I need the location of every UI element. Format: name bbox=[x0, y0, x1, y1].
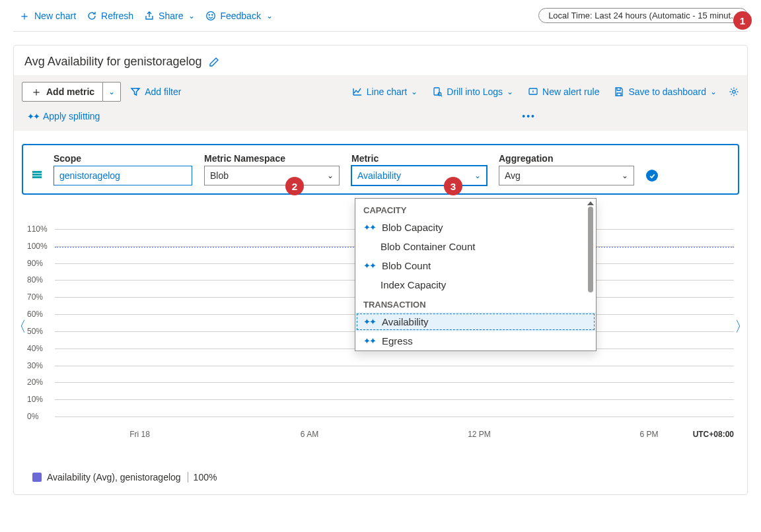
legend-value: 100% bbox=[188, 472, 217, 482]
alert-icon bbox=[528, 86, 538, 97]
prev-arrow[interactable]: 〈 bbox=[12, 317, 26, 337]
apply-splitting-button[interactable]: ✦✦ Apply splitting bbox=[22, 108, 105, 124]
more-button[interactable]: ••• bbox=[517, 108, 541, 124]
aggregation-label: Aggregation bbox=[499, 153, 634, 164]
drill-logs-label: Drill into Logs bbox=[447, 86, 503, 97]
metric-icon: ✦✦ bbox=[363, 222, 375, 232]
time-range-picker[interactable]: Local Time: Last 24 hours (Automatic - 1… bbox=[538, 8, 748, 23]
plus-icon: ＋ bbox=[18, 11, 30, 20]
top-toolbar: ＋ New chart Refresh Share ⌄ Feedback ⌄ L… bbox=[13, 0, 748, 32]
next-arrow[interactable]: 〉 bbox=[735, 317, 749, 337]
filter-icon bbox=[130, 86, 141, 97]
aggregation-select[interactable]: Avg⌄ bbox=[499, 166, 634, 185]
add-filter-label: Add filter bbox=[145, 86, 181, 97]
svg-point-0 bbox=[207, 11, 215, 20]
y-tick: 100% bbox=[27, 242, 48, 251]
panel-title-row: Avg Availability for genistoragelog bbox=[14, 46, 747, 75]
share-button[interactable]: Share ⌄ bbox=[139, 8, 200, 24]
dropdown-item[interactable]: Blob Container Count bbox=[355, 237, 596, 256]
line-chart-label: Line chart bbox=[367, 86, 407, 97]
dropdown-item[interactable]: Index Capacity bbox=[355, 275, 596, 294]
logs-icon bbox=[432, 86, 443, 97]
chevron-down-icon: ⌄ bbox=[507, 87, 513, 96]
splitting-icon: ✦✦ bbox=[27, 112, 39, 121]
refresh-icon bbox=[87, 11, 97, 21]
svg-point-6 bbox=[733, 90, 735, 93]
chevron-down-icon: ⌄ bbox=[622, 171, 628, 180]
refresh-button[interactable]: Refresh bbox=[81, 8, 139, 24]
feedback-label: Feedback bbox=[220, 11, 260, 21]
scroll-thumb[interactable] bbox=[588, 207, 593, 292]
callout-1: 1 bbox=[733, 11, 752, 30]
x-tick: Fri 18 bbox=[55, 430, 225, 439]
scroll-up-icon bbox=[587, 201, 594, 205]
new-alert-label: New alert rule bbox=[542, 86, 599, 97]
new-alert-button[interactable]: New alert rule bbox=[523, 84, 604, 100]
dropdown-item[interactable]: ✦✦Availability bbox=[355, 312, 596, 331]
dropdown-item[interactable]: ✦✦Blob Count bbox=[355, 256, 596, 275]
dropdown-item[interactable]: ✦✦Egress bbox=[355, 331, 596, 350]
chevron-down-icon: ⌄ bbox=[266, 11, 273, 20]
chevron-down-icon: ⌄ bbox=[327, 171, 334, 180]
scope-label: Scope bbox=[54, 153, 192, 164]
add-filter-button[interactable]: Add filter bbox=[125, 84, 186, 100]
add-metric-button[interactable]: ＋ Add metric bbox=[22, 82, 103, 102]
confirm-icon[interactable] bbox=[646, 170, 658, 182]
chevron-down-icon: ⌄ bbox=[188, 11, 195, 20]
legend-swatch bbox=[32, 473, 42, 482]
dropdown-group: TRANSACTION bbox=[355, 294, 596, 312]
namespace-label: Metric Namespace bbox=[204, 153, 340, 164]
metric-select[interactable]: Availability⌄ bbox=[351, 166, 487, 185]
metric-label: Metric bbox=[351, 153, 487, 164]
add-metric-chevron[interactable]: ⌄ bbox=[103, 82, 121, 102]
add-metric-label: Add metric bbox=[46, 86, 94, 97]
line-chart-button[interactable]: Line chart ⌄ bbox=[347, 84, 423, 100]
callout-3: 3 bbox=[444, 177, 462, 195]
chart-toolbar: ＋ Add metric ⌄ Add filter Line chart ⌄ D… bbox=[14, 75, 747, 131]
dropdown-item[interactable]: ✦✦Blob Capacity bbox=[355, 218, 596, 237]
save-dashboard-button[interactable]: Save to dashboard ⌄ bbox=[608, 84, 722, 100]
svg-point-1 bbox=[209, 14, 210, 15]
y-tick: 110% bbox=[27, 224, 48, 234]
y-tick: 60% bbox=[27, 310, 43, 319]
new-chart-button[interactable]: ＋ New chart bbox=[13, 8, 81, 24]
refresh-label: Refresh bbox=[101, 11, 133, 21]
y-tick: 0% bbox=[27, 412, 38, 421]
legend: Availability (Avg), genistoragelog 100% bbox=[32, 472, 747, 482]
metric-dropdown: CAPACITY ✦✦Blob CapacityBlob Container C… bbox=[355, 198, 597, 351]
drill-logs-button[interactable]: Drill into Logs ⌄ bbox=[427, 84, 519, 100]
chevron-down-icon: ⌄ bbox=[474, 171, 481, 180]
panel-title: Avg Availability for genistoragelog bbox=[24, 55, 202, 69]
resource-icon bbox=[32, 171, 42, 180]
x-axis-labels: Fri 186 AM12 PM6 PM bbox=[55, 430, 734, 439]
y-tick: 40% bbox=[27, 344, 43, 353]
callout-2: 2 bbox=[285, 177, 304, 195]
chevron-down-icon: ⌄ bbox=[710, 87, 717, 96]
metric-config-card: Scope genistoragelog Metric Namespace Bl… bbox=[22, 144, 739, 195]
dropdown-group: CAPACITY bbox=[355, 200, 596, 218]
feedback-button[interactable]: Feedback ⌄ bbox=[200, 8, 277, 24]
dropdown-scrollbar[interactable] bbox=[587, 201, 595, 350]
scope-select[interactable]: genistoragelog bbox=[54, 166, 192, 185]
namespace-select[interactable]: Blob⌄ bbox=[204, 166, 340, 185]
y-tick: 30% bbox=[27, 361, 43, 370]
x-tick: 6 AM bbox=[225, 430, 394, 439]
add-metric-split-button: ＋ Add metric ⌄ bbox=[22, 82, 121, 102]
y-tick: 10% bbox=[27, 395, 43, 404]
legend-text: Availability (Avg), genistoragelog bbox=[47, 472, 181, 482]
chevron-down-icon: ⌄ bbox=[411, 87, 417, 96]
line-chart-icon bbox=[352, 86, 363, 97]
smiley-icon bbox=[205, 11, 216, 21]
metric-icon: ✦✦ bbox=[363, 336, 375, 346]
edit-icon[interactable] bbox=[209, 57, 219, 67]
apply-splitting-label: Apply splitting bbox=[43, 111, 100, 121]
y-tick: 50% bbox=[27, 327, 43, 336]
settings-icon[interactable] bbox=[729, 86, 739, 97]
y-tick: 80% bbox=[27, 275, 43, 284]
y-tick: 20% bbox=[27, 378, 43, 387]
y-tick: 90% bbox=[27, 259, 43, 268]
share-label: Share bbox=[159, 11, 183, 21]
chevron-down-icon: ⌄ bbox=[108, 87, 115, 96]
save-icon bbox=[614, 86, 624, 97]
y-tick: 70% bbox=[27, 292, 43, 302]
